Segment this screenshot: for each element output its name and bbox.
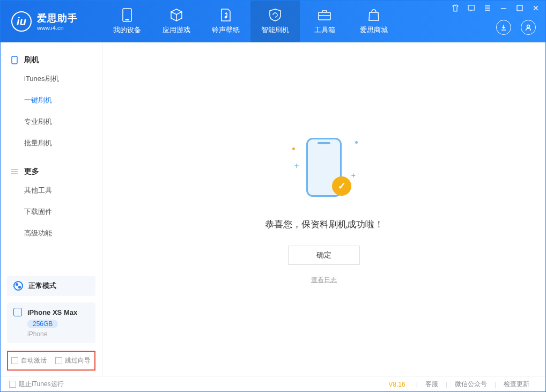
footer-link-support[interactable]: 客服 bbox=[418, 380, 446, 389]
briefcase-icon bbox=[318, 8, 331, 22]
checkbox-skip-guide[interactable]: 跳过向导 bbox=[55, 356, 91, 365]
window-controls: ─ ✕ bbox=[450, 3, 541, 13]
nav-store[interactable]: 爱思商城 bbox=[349, 1, 399, 42]
sidebar-item-other-tools[interactable]: 其他工具 bbox=[24, 180, 102, 201]
sidebar-header-flash: 刷机 bbox=[1, 52, 102, 68]
app-url: www.i4.cn bbox=[37, 25, 78, 31]
svg-rect-5 bbox=[517, 5, 522, 11]
footer: 阻止iTunes运行 V8.16 | 客服 | 微信公众号 | 检查更新 bbox=[1, 376, 545, 392]
checkbox-icon bbox=[9, 381, 16, 388]
sidebar-item-one-click-flash[interactable]: 一键刷机 bbox=[24, 90, 102, 111]
view-log-link[interactable]: 查看日志 bbox=[311, 276, 337, 285]
sidebar-section-flash: 刷机 iTunes刷机 一键刷机 专业刷机 批量刷机 bbox=[1, 42, 102, 154]
success-message: 恭喜您，保资料刷机成功啦！ bbox=[265, 218, 383, 231]
svg-rect-7 bbox=[12, 56, 17, 64]
refresh-shield-icon bbox=[268, 8, 282, 22]
nav-my-device[interactable]: 我的设备 bbox=[102, 1, 152, 42]
menu-icon[interactable] bbox=[482, 3, 493, 13]
body: 刷机 iTunes刷机 一键刷机 专业刷机 批量刷机 更多 其他工具 下载固件 … bbox=[1, 42, 545, 376]
version-label: V8.16 bbox=[388, 381, 405, 388]
top-nav: 我的设备 应用游戏 铃声壁纸 智能刷机 工具箱 爱思商城 bbox=[102, 1, 399, 42]
svg-rect-3 bbox=[319, 12, 330, 20]
header: iu 爱思助手 www.i4.cn 我的设备 应用游戏 铃声壁纸 智能刷机 工具… bbox=[1, 1, 545, 42]
device-capacity: 256GB bbox=[27, 320, 58, 328]
mode-label: 正常模式 bbox=[28, 281, 56, 291]
header-right-icons bbox=[496, 20, 536, 35]
nav-toolbox[interactable]: 工具箱 bbox=[300, 1, 349, 42]
checkbox-block-itunes[interactable]: 阻止iTunes运行 bbox=[9, 380, 64, 389]
minimize-button[interactable]: ─ bbox=[498, 3, 509, 13]
sidebar-item-batch-flash[interactable]: 批量刷机 bbox=[24, 132, 102, 154]
list-icon bbox=[10, 167, 19, 176]
sidebar-item-download-firmware[interactable]: 下载固件 bbox=[24, 201, 102, 223]
device-name: iPhone XS Max bbox=[27, 308, 77, 316]
nav-smart-flash[interactable]: 智能刷机 bbox=[250, 1, 300, 42]
ok-button[interactable]: 确定 bbox=[288, 246, 360, 265]
checkbox-icon bbox=[11, 357, 18, 364]
footer-link-wechat[interactable]: 微信公众号 bbox=[447, 380, 495, 389]
logo-icon: iu bbox=[11, 11, 32, 32]
phone-icon bbox=[120, 8, 134, 22]
footer-link-update[interactable]: 检查更新 bbox=[496, 380, 537, 389]
logo-area[interactable]: iu 爱思助手 www.i4.cn bbox=[1, 11, 102, 32]
nav-apps-games[interactable]: 应用游戏 bbox=[152, 1, 201, 42]
bottom-options: 自动激活 跳过向导 bbox=[7, 351, 95, 371]
sidebar: 刷机 iTunes刷机 一键刷机 专业刷机 批量刷机 更多 其他工具 下载固件 … bbox=[1, 42, 102, 376]
mode-box[interactable]: 正常模式 bbox=[7, 276, 95, 296]
sidebar-item-pro-flash[interactable]: 专业刷机 bbox=[24, 111, 102, 132]
maximize-button[interactable] bbox=[514, 3, 525, 13]
checkmark-badge-icon: ✓ bbox=[332, 176, 351, 196]
close-button[interactable]: ✕ bbox=[530, 3, 541, 13]
device-type: iPhone bbox=[27, 330, 89, 338]
cube-icon bbox=[169, 8, 183, 22]
download-icon[interactable] bbox=[496, 20, 511, 35]
main-content: ++ ✓ 恭喜您，保资料刷机成功啦！ 确定 查看日志 bbox=[102, 42, 545, 376]
music-file-icon bbox=[219, 8, 233, 22]
svg-rect-4 bbox=[468, 5, 475, 10]
shirt-icon[interactable] bbox=[450, 3, 461, 13]
nav-ringtone-wallpaper[interactable]: 铃声壁纸 bbox=[201, 1, 250, 42]
user-icon[interactable] bbox=[521, 20, 536, 35]
mode-icon bbox=[13, 281, 23, 291]
success-illustration: ++ ✓ bbox=[289, 134, 359, 203]
sidebar-header-more: 更多 bbox=[1, 164, 102, 180]
svg-rect-1 bbox=[126, 19, 129, 20]
sidebar-item-advanced[interactable]: 高级功能 bbox=[24, 223, 102, 244]
app-name: 爱思助手 bbox=[37, 12, 78, 25]
sidebar-section-more: 更多 其他工具 下载固件 高级功能 bbox=[1, 154, 102, 244]
device-box[interactable]: iPhone XS Max 256GB iPhone bbox=[7, 302, 95, 343]
checkbox-auto-activate[interactable]: 自动激活 bbox=[11, 356, 47, 365]
feedback-icon[interactable] bbox=[466, 3, 477, 13]
checkbox-icon bbox=[55, 357, 62, 364]
bag-icon bbox=[367, 8, 381, 22]
svg-point-2 bbox=[225, 16, 227, 18]
phone-small-icon bbox=[10, 56, 19, 64]
svg-point-6 bbox=[527, 25, 530, 28]
device-icon bbox=[13, 308, 22, 316]
sidebar-item-itunes-flash[interactable]: iTunes刷机 bbox=[24, 68, 102, 90]
